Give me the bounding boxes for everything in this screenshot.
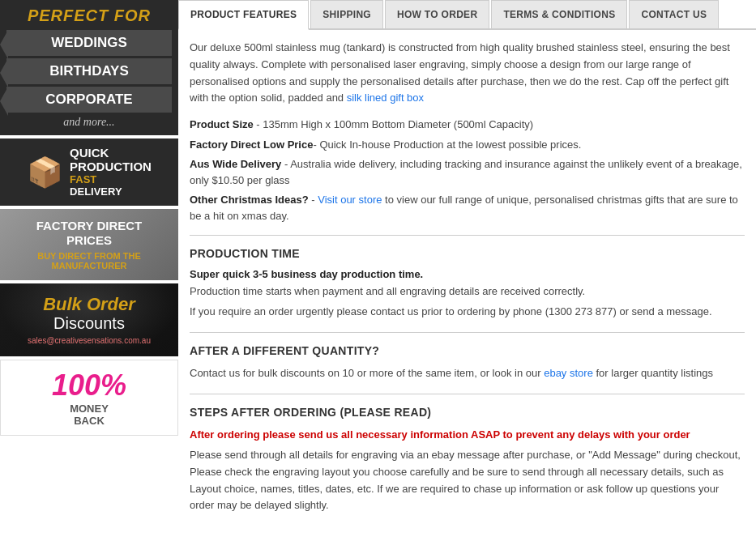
after-qty-text: Contact us for bulk discounts on 10 or m… bbox=[190, 365, 745, 382]
qp-line2: FAST bbox=[70, 173, 152, 185]
prod-time-line2: If you require an order urgently please … bbox=[190, 304, 745, 321]
prod-time-line1: Production time starts when payment and … bbox=[190, 283, 745, 300]
steps-text: Please send through all details for engr… bbox=[190, 447, 745, 514]
detail-price: Factory Direct Low Price- Quick In-house… bbox=[190, 137, 745, 153]
after-qty-section: AFTER A DIFFERENT QUANTITY? Contact us f… bbox=[190, 344, 745, 382]
package-icon: 📦 bbox=[27, 155, 63, 190]
product-details: Product Size - 135mm High x 100mm Bottom… bbox=[190, 117, 745, 224]
tab-how-to-order[interactable]: HOW TO ORDER bbox=[385, 0, 489, 28]
main-content: PRODUCT FEATURES SHIPPING HOW TO ORDER T… bbox=[178, 0, 756, 524]
factory-title: FACTORY DIRECTPRICES bbox=[6, 219, 172, 248]
detail-size: Product Size - 135mm High x 100mm Bottom… bbox=[190, 117, 745, 133]
after-qty-heading: AFTER A DIFFERENT QUANTITY? bbox=[190, 344, 745, 357]
page-container: PERFECT FOR WEDDINGS BIRTHDAYS CORPORATE… bbox=[0, 0, 756, 524]
pf-item-birthdays: BIRTHDAYS bbox=[6, 58, 172, 84]
divider-2 bbox=[190, 332, 745, 333]
detail-christmas: Other Christmas Ideas? - Visit our store… bbox=[190, 192, 745, 224]
tab-contact-us[interactable]: CONTACT US bbox=[629, 0, 719, 28]
sidebar: PERFECT FOR WEDDINGS BIRTHDAYS CORPORATE… bbox=[0, 0, 178, 524]
pf-item-corporate: CORPORATE bbox=[6, 87, 172, 113]
tab-shipping[interactable]: SHIPPING bbox=[310, 0, 383, 28]
perfect-for-banner: PERFECT FOR WEDDINGS BIRTHDAYS CORPORATE… bbox=[0, 0, 178, 135]
factory-sub: BUY DIRECT FROM THEMANUFACTURER bbox=[6, 251, 172, 270]
tab-product-features[interactable]: PRODUCT FEATURES bbox=[178, 0, 309, 30]
qp-line1: QUICKPRODUCTION bbox=[70, 147, 152, 173]
steps-heading: STEPS AFTER ORDERING (PLEASE READ) bbox=[190, 406, 745, 419]
pf-more: and more... bbox=[0, 116, 178, 129]
silk-lined-link[interactable]: silk lined gift box bbox=[347, 92, 424, 104]
qp-line3: DELIVERY bbox=[70, 185, 152, 198]
divider-3 bbox=[190, 394, 745, 394]
quick-production-banner: 📦 QUICKPRODUCTION FAST DELIVERY bbox=[0, 138, 178, 206]
pf-item-weddings: WEDDINGS bbox=[6, 30, 172, 56]
steps-section: STEPS AFTER ORDERING (PLEASE READ) After… bbox=[190, 406, 745, 515]
divider-1 bbox=[190, 235, 745, 236]
detail-delivery: Aus Wide Delivery - Australia wide deliv… bbox=[190, 156, 745, 188]
production-time-section: PRODUCTION TIME Super quick 3-5 business… bbox=[190, 247, 745, 321]
tab-terms-conditions[interactable]: TERMS & CONDITIONS bbox=[491, 0, 627, 28]
prod-time-bold: Super quick 3-5 business day production … bbox=[190, 268, 745, 280]
factory-direct-banner: FACTORY DIRECTPRICES BUY DIRECT FROM THE… bbox=[0, 209, 178, 280]
money-pct: 100% bbox=[9, 368, 169, 403]
production-time-heading: PRODUCTION TIME bbox=[190, 247, 745, 260]
content-area: Our deluxe 500ml stainless mug (tankard)… bbox=[178, 30, 756, 524]
bulk-order-banner: Bulk Order Discounts sales@creativesensa… bbox=[0, 283, 178, 356]
perfect-for-title: PERFECT FOR bbox=[0, 6, 178, 25]
intro-paragraph: Our deluxe 500ml stainless mug (tankard)… bbox=[190, 40, 745, 107]
bulk-email: sales@creativesensations.com.au bbox=[8, 336, 170, 345]
bulk-title: Bulk Order Discounts bbox=[8, 295, 170, 333]
visit-store-link[interactable]: Visit our store bbox=[318, 194, 382, 206]
money-text: MoneyBack bbox=[9, 403, 169, 427]
ebay-store-link[interactable]: ebay store bbox=[544, 367, 593, 379]
tab-bar: PRODUCT FEATURES SHIPPING HOW TO ORDER T… bbox=[178, 0, 756, 30]
steps-urgent: After ordering please send us all necess… bbox=[190, 427, 745, 443]
money-back-banner: 100% MoneyBack bbox=[0, 360, 178, 436]
